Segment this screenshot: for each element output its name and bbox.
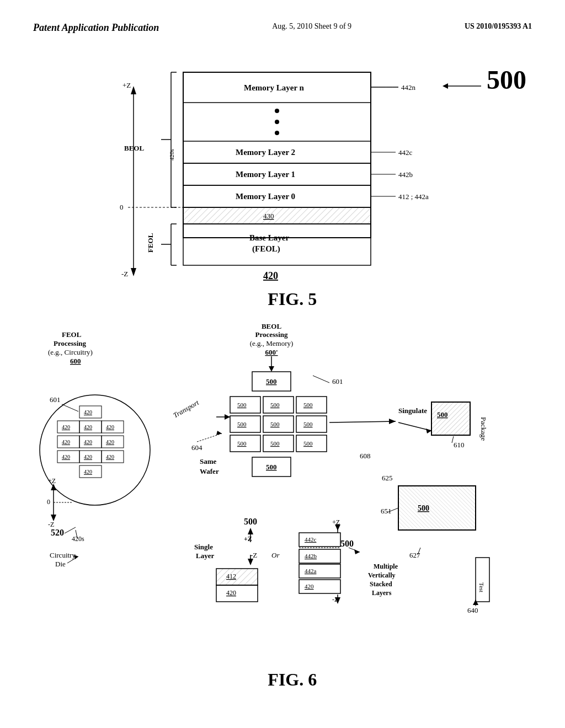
feol-label-fig5: FEOL <box>146 233 154 253</box>
zero-label-fig5: 0 <box>120 203 124 211</box>
svg-marker-1 <box>443 83 448 89</box>
beol-processing-label3: (e.g., Memory) <box>250 339 294 347</box>
ref500-r3c1: 500 <box>237 440 247 447</box>
or-label: Or <box>271 551 280 559</box>
w420-r4c0: 420 <box>84 469 92 475</box>
svg-point-4 <box>275 109 279 113</box>
svg-rect-78 <box>216 585 258 602</box>
ref500-package: 500 <box>437 410 448 419</box>
svg-marker-48 <box>225 414 230 420</box>
minus-z-beol-single: -Z <box>250 551 257 559</box>
ref412-single: 412 <box>226 572 236 580</box>
ref604-label: 604 <box>191 443 202 452</box>
ref500-r1c1: 500 <box>237 402 247 408</box>
beol-label: BEOL <box>124 144 144 152</box>
ref500-r2c1: 500 <box>237 421 247 427</box>
memory-layer-n-label: Memory Layer n <box>244 83 305 92</box>
multiple-stacked-label4: Layers <box>372 589 392 597</box>
feol-processing-label: FEOL <box>62 330 82 339</box>
svg-rect-10 <box>183 207 371 224</box>
ref420-stacked: 420 <box>305 583 314 590</box>
same-wafer-label2: Wafer <box>200 467 219 475</box>
same-wafer-label: Same <box>200 457 217 465</box>
beol-processing-label: BEOL <box>262 322 281 330</box>
svg-rect-92 <box>431 402 470 435</box>
minus-z-label-fig5: -Z <box>121 270 128 278</box>
fig6-label: FIG. 6 <box>268 670 317 690</box>
beol-processing-label2: Processing <box>255 330 288 339</box>
svg-rect-95 <box>398 486 476 530</box>
w420-r2c0: 420 <box>62 439 70 445</box>
feol-processing-label3: (e.g., Circuitry) <box>48 348 93 356</box>
memory-layer-2-label: Memory Layer 2 <box>236 148 295 157</box>
ref430-label: 430 <box>263 212 274 220</box>
header-patent-number: US 2010/0195393 A1 <box>465 22 532 31</box>
svg-point-51 <box>40 395 150 505</box>
ref500-single-stacked: 500 <box>244 517 257 526</box>
memory-layer-1-label: Memory Layer 1 <box>236 170 295 179</box>
base-layer-feol-label: (FEOL) <box>252 244 280 254</box>
svg-line-46 <box>313 376 329 383</box>
ref412-442a: 412 ; 442a <box>398 192 429 201</box>
ref500-r2c3: 500 <box>303 421 313 427</box>
svg-marker-89 <box>426 429 431 433</box>
w420-r3c2: 420 <box>106 454 114 460</box>
w420-r2c2: 420 <box>106 439 114 445</box>
svg-line-69 <box>65 527 76 533</box>
fig5-number-500: 500 <box>487 65 526 94</box>
w420-r1c2: 420 <box>106 424 114 430</box>
ref601-feol: 601 <box>50 395 61 404</box>
ref625-label: 625 <box>382 474 393 482</box>
svg-marker-26 <box>131 86 136 94</box>
memory-layer-0-label: Memory Layer 0 <box>236 192 295 201</box>
transport-label: Transport <box>172 398 200 420</box>
feol-processing-label2: Processing <box>54 339 86 347</box>
fig5-area: 500 Memory Layer n Memory Layer 2 Memory… <box>33 45 532 315</box>
header: Patent Application Publication Aug. 5, 2… <box>33 22 532 34</box>
w420-r0c0: 420 <box>84 409 92 415</box>
w420-r3c0: 420 <box>62 454 70 460</box>
singulate-label: Singulate <box>398 406 427 415</box>
svg-marker-101 <box>354 549 360 554</box>
single-layer-label: Single <box>194 543 213 551</box>
svg-marker-91 <box>389 419 396 424</box>
test-label: Test <box>478 582 485 592</box>
ref442a-stacked: 442a <box>305 568 317 574</box>
ref420-single: 420 <box>226 589 236 597</box>
ref500-stacked-main: 500 <box>340 539 354 548</box>
fig6-svg: FEOL Processing (e.g., Circuitry) 600 BE… <box>33 320 532 684</box>
w420-r1c1: 420 <box>84 424 92 430</box>
beol-600prime-label: 600' <box>265 348 278 356</box>
svg-point-5 <box>275 120 279 124</box>
circuitry-die-label: Circuitry <box>50 551 76 559</box>
fig6-area: FEOL Processing (e.g., Circuitry) 600 BE… <box>33 320 532 695</box>
ref500-r3c3: 500 <box>303 440 313 447</box>
fig5-label: FIG. 5 <box>268 289 317 309</box>
ref651-label: 651 <box>381 507 392 515</box>
svg-marker-85 <box>335 524 340 531</box>
ref640-label: 640 <box>467 606 478 614</box>
ref520-label: 520 <box>51 528 64 537</box>
zero-feol: 0 <box>47 498 50 506</box>
ref610-label: 610 <box>454 441 465 449</box>
svg-line-52 <box>62 404 78 411</box>
multiple-stacked-label3: Stacked <box>370 580 392 588</box>
svg-marker-76 <box>248 559 253 565</box>
plus-z-label-fig5: +Z <box>122 81 131 89</box>
svg-line-90 <box>329 421 396 422</box>
feol-600-label: 600 <box>70 357 81 365</box>
ref420s-feol: 420s <box>72 535 84 543</box>
w420-r3c1: 420 <box>84 454 92 460</box>
base-layer-label: Base Layer <box>249 233 289 242</box>
ref500-r1c2: 500 <box>270 402 280 408</box>
ref442b: 442b <box>398 170 413 179</box>
ref500-r2c2: 500 <box>270 421 280 427</box>
minus-z-feol: -Z <box>48 521 54 528</box>
ref608-label: 608 <box>360 452 371 460</box>
svg-marker-34 <box>269 366 274 372</box>
w420-r1c0: 420 <box>62 424 70 430</box>
ref500-top-label: 500 <box>266 377 277 386</box>
header-publication: Patent Application Publication <box>33 22 159 34</box>
ref500-r1c3: 500 <box>303 402 313 408</box>
svg-rect-97 <box>476 558 489 602</box>
